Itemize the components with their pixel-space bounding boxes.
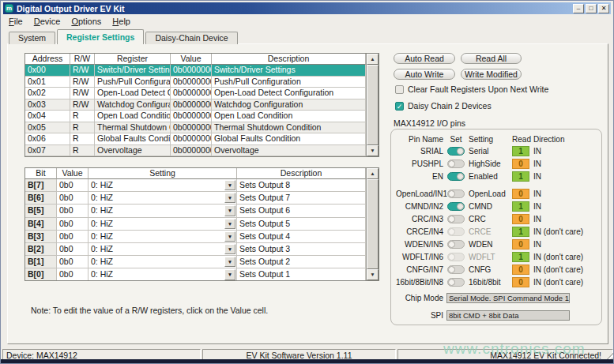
pin-row: WDFLT/IN6 WDFLT 1 IN (don't care) xyxy=(396,250,597,263)
bit-table: Bit Value Setting Description B[7] 0b0 0… xyxy=(24,167,379,281)
dropdown-arrow-icon[interactable]: ▼ xyxy=(224,219,235,229)
bit-row: B[1] 0b0 0: HiZ▼ Sets Output 2 xyxy=(25,256,366,268)
pin-toggle[interactable] xyxy=(447,147,465,156)
pin-row: CRC/IN3 CRC 0 IN xyxy=(396,212,597,225)
read-badge: 1 xyxy=(512,252,529,262)
value-cell[interactable]: 0b00000000 xyxy=(171,145,212,157)
tab-register-settings[interactable]: Register Settings xyxy=(57,29,144,44)
table-row[interactable]: 0x02 R/W Open-Load Detect Confi... 0b000… xyxy=(25,88,366,99)
auto-read-button[interactable]: Auto Read xyxy=(394,53,455,64)
pin-toggle[interactable] xyxy=(447,215,465,223)
daisy-chain-checkbox[interactable]: ✓ xyxy=(395,102,404,111)
maximize-icon: □ xyxy=(590,5,593,12)
register-table-scrollbar[interactable]: ▲ ▼ xyxy=(366,54,379,156)
register-table-header: Address R/W Register Value Description xyxy=(25,54,366,65)
bit-row: B[5] 0b0 0: HiZ▼ Sets Output 6 xyxy=(25,205,366,217)
read-badge: 0 xyxy=(512,239,529,250)
pin-toggle[interactable] xyxy=(447,265,465,274)
scroll-up-icon[interactable]: ▲ xyxy=(367,54,379,65)
pin-toggle[interactable] xyxy=(447,172,465,181)
value-cell[interactable]: 0b00000000 xyxy=(171,133,212,145)
table-row[interactable]: 0x04 R Open Load Condition 0b00000000 Op… xyxy=(25,111,366,122)
menu-bar: File Device Options Help xyxy=(3,15,611,27)
read-all-button[interactable]: Read All xyxy=(461,53,522,64)
table-row[interactable]: 0x00 R/W Switch/Driver Settings 0b000000… xyxy=(25,65,366,77)
dropdown-arrow-icon[interactable]: ▼ xyxy=(224,193,235,203)
app-logo-icon: m xyxy=(5,4,13,13)
table-row[interactable]: 0x05 R Thermal Shutdown Con... 0b0000000… xyxy=(25,122,366,134)
clear-fault-label: Clear Fault Registers Upon Next Write xyxy=(408,84,548,94)
setting-dropdown[interactable]: 0: HiZ▼ xyxy=(89,243,237,256)
close-button[interactable]: ✕ xyxy=(598,4,609,13)
read-badge: 0 xyxy=(512,189,529,199)
scroll-thumb[interactable] xyxy=(367,65,379,145)
menu-options[interactable]: Options xyxy=(66,17,107,26)
dropdown-arrow-icon[interactable]: ▼ xyxy=(224,205,235,216)
daisy-chain-checkbox-row: ✓ Daisy Chain 2 Devices xyxy=(395,101,492,111)
pin-row: WDEN/IN5 WDEN 0 IN xyxy=(396,238,597,250)
value-cell[interactable]: 0b00000000 xyxy=(171,77,212,88)
setting-dropdown[interactable]: 0: HiZ▼ xyxy=(89,231,237,243)
scroll-up-icon[interactable]: ▲ xyxy=(367,168,379,179)
menu-file[interactable]: File xyxy=(3,17,28,26)
table-row[interactable]: 0x01 R/W Push/Pull Configuration 0b00000… xyxy=(25,77,366,88)
scroll-thumb[interactable] xyxy=(367,179,379,269)
dropdown-arrow-icon[interactable]: ▼ xyxy=(224,180,235,190)
pin-row: OpenLoad/IN1 OpenLoad 0 IN xyxy=(396,187,597,200)
setting-dropdown[interactable]: 0: HiZ▼ xyxy=(89,218,237,231)
title-bar[interactable]: m Digital Output Driver EV Kit – □ ✕ xyxy=(3,2,611,14)
maximize-button[interactable]: □ xyxy=(586,4,597,13)
window-title: Digital Output Driver EV Kit xyxy=(17,4,573,13)
dropdown-arrow-icon[interactable]: ▼ xyxy=(224,231,235,242)
pin-toggle[interactable] xyxy=(447,278,465,287)
read-badge: 0 xyxy=(512,159,529,169)
scroll-down-icon[interactable]: ▼ xyxy=(367,145,379,156)
setting-dropdown[interactable]: 0: HiZ▼ xyxy=(89,256,237,268)
read-badge: 1 xyxy=(512,146,529,156)
io-pins-title: MAX14912 I/O pins xyxy=(394,118,465,128)
table-row[interactable]: 0x06 R Global Faults Condition 0b0000000… xyxy=(25,133,366,145)
setting-dropdown[interactable]: 0: HiZ▼ xyxy=(89,268,237,280)
pin-toggle[interactable] xyxy=(447,159,465,168)
read-badge: 1 xyxy=(512,201,529,212)
scroll-down-icon[interactable]: ▼ xyxy=(367,269,379,280)
window-bottom-edge xyxy=(1,359,614,363)
read-badge: 1 xyxy=(512,171,529,182)
bit-table-scrollbar[interactable]: ▲ ▼ xyxy=(366,168,379,280)
tab-system[interactable]: System xyxy=(9,32,55,44)
tab-daisy-chain-device[interactable]: Daisy-Chain Device xyxy=(145,32,237,44)
pin-toggle[interactable] xyxy=(447,190,465,198)
io-pins-header: Pin Name Set Setting Read Direction xyxy=(396,133,597,144)
dropdown-arrow-icon[interactable]: ▼ xyxy=(224,269,235,280)
value-cell[interactable]: 0b00000000 xyxy=(171,122,212,134)
setting-dropdown[interactable]: 0: HiZ▼ xyxy=(89,205,237,217)
value-cell[interactable]: 0b00000000 xyxy=(171,88,212,99)
value-cell[interactable]: 0b00000000 xyxy=(171,65,212,77)
menu-help[interactable]: Help xyxy=(107,17,136,26)
table-row[interactable]: 0x03 R/W Watchdog Configuration 0b000000… xyxy=(25,99,366,111)
dropdown-arrow-icon[interactable]: ▼ xyxy=(224,257,235,267)
pin-toggle[interactable] xyxy=(447,240,465,249)
setting-dropdown[interactable]: 0: HiZ▼ xyxy=(89,179,237,192)
setting-dropdown[interactable]: 0: HiZ▼ xyxy=(89,192,237,205)
pin-toggle[interactable] xyxy=(447,202,465,211)
menu-device[interactable]: Device xyxy=(28,17,66,26)
dropdown-arrow-icon[interactable]: ▼ xyxy=(224,244,235,254)
pin-toggle xyxy=(447,227,465,236)
spi-field: 8bit CMD + 8bit Data xyxy=(446,310,570,321)
spi-row: SPI 8bit CMD + 8bit Data xyxy=(396,308,597,323)
tab-strip: System Register Settings Daisy-Chain Dev… xyxy=(9,29,239,44)
clear-fault-checkbox[interactable] xyxy=(395,85,404,94)
bit-row: B[3] 0b0 0: HiZ▼ Sets Output 4 xyxy=(25,231,366,243)
check-icon: ✓ xyxy=(397,103,403,111)
bit-table-header: Bit Value Setting Description xyxy=(25,168,366,179)
io-pins-group: Pin Name Set Setting Read Direction SRIA… xyxy=(390,129,602,325)
daisy-chain-label: Daisy Chain 2 Devices xyxy=(408,101,492,111)
write-modified-button[interactable]: Write Modified xyxy=(461,69,522,80)
minimize-button[interactable]: – xyxy=(573,4,584,13)
value-cell[interactable]: 0b00000000 xyxy=(171,111,212,122)
value-cell[interactable]: 0b00000000 xyxy=(171,99,212,111)
app-window: m Digital Output Driver EV Kit – □ ✕ Fil… xyxy=(0,0,614,364)
auto-write-button[interactable]: Auto Write xyxy=(394,69,455,80)
table-row[interactable]: 0x07 R Overvoltage 0b00000000 Overvoltag… xyxy=(25,145,366,157)
